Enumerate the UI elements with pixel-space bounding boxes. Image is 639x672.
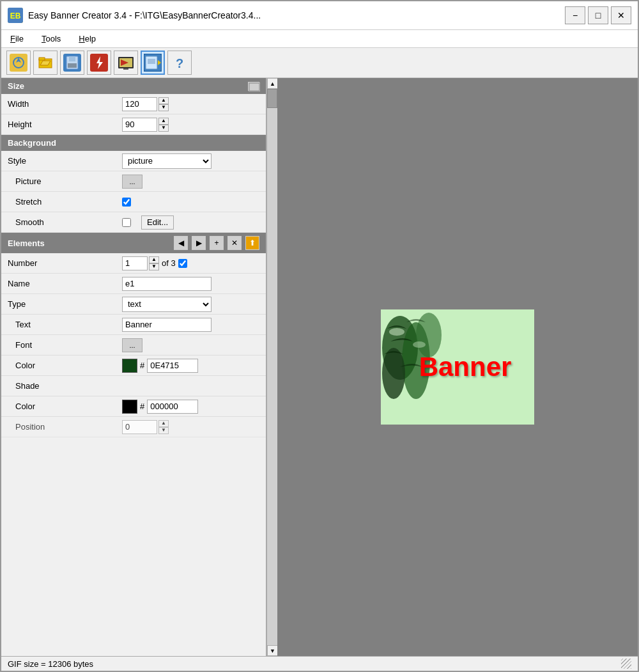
panel-scroll[interactable]: Size Width ▲ — [1, 78, 266, 656]
shade-color-value-area: # — [119, 398, 266, 415]
scroll-thumb[interactable] — [267, 89, 277, 108]
number-input[interactable] — [122, 256, 148, 270]
number-down[interactable]: ▼ — [149, 263, 159, 270]
toolbar-preview[interactable] — [114, 51, 138, 75]
type-value-area: text image rectangle — [119, 295, 266, 313]
width-spin: ▲ ▼ — [122, 97, 169, 111]
toolbar-flash[interactable] — [87, 51, 111, 75]
number-value-area: ▲ ▼ of 3 — [119, 255, 266, 272]
type-row: Type text image rectangle — [1, 294, 266, 315]
style-dropdown[interactable]: picture none color gradient — [122, 153, 212, 169]
toolbar-help[interactable]: ? — [167, 51, 192, 75]
svg-rect-18 — [148, 59, 155, 64]
number-spin: ▲ ▼ — [122, 256, 159, 270]
position-value-area: ▲ ▼ — [119, 419, 266, 435]
width-label: Width — [1, 97, 119, 111]
style-label: Style — [1, 153, 119, 168]
color-hash: # — [140, 361, 144, 370]
width-input[interactable] — [122, 97, 157, 111]
width-value-area: ▲ ▼ — [119, 96, 266, 113]
app-icon: EB — [8, 8, 23, 23]
width-down[interactable]: ▼ — [158, 104, 169, 111]
height-input[interactable] — [122, 118, 157, 132]
shade-color-hex-input[interactable] — [147, 400, 198, 414]
banner-preview: Banner — [381, 309, 534, 425]
svg-point-27 — [382, 348, 405, 399]
svg-rect-6 — [39, 58, 45, 60]
stretch-checkbox-area — [122, 198, 131, 207]
smooth-edit-button[interactable]: Edit... — [141, 215, 174, 230]
svg-point-29 — [413, 341, 426, 348]
elements-section-header: Elements ◀ ▶ + ✕ ⬆ — [1, 233, 266, 253]
smooth-value-area: Edit... — [119, 214, 266, 231]
title-buttons: − □ ✕ — [565, 6, 631, 24]
element-visible-checkbox[interactable] — [178, 259, 187, 268]
position-down[interactable]: ▼ — [158, 427, 169, 434]
shade-label: Shade — [1, 379, 119, 393]
close-button[interactable]: ✕ — [611, 6, 631, 24]
svg-rect-10 — [68, 63, 77, 68]
svg-point-26 — [416, 313, 442, 357]
position-up[interactable]: ▲ — [158, 420, 169, 427]
elements-next[interactable]: ▶ — [192, 236, 206, 250]
picture-button[interactable]: ... — [122, 175, 142, 189]
toolbar: ? — [1, 48, 638, 78]
toolbar-save[interactable] — [60, 51, 84, 75]
svg-rect-15 — [123, 68, 128, 70]
height-up[interactable]: ▲ — [158, 118, 169, 125]
smooth-row: Smooth Edit... — [1, 212, 266, 233]
banner-text: Banner — [419, 352, 512, 382]
text-label: Text — [1, 317, 119, 332]
font-button[interactable]: ... — [122, 338, 142, 352]
position-input[interactable] — [122, 420, 157, 434]
smooth-checkbox-area — [122, 218, 131, 227]
elements-delete[interactable]: ✕ — [227, 236, 242, 250]
main-window: EB Easy Banner Creator 3.4 - F:\ITG\Easy… — [0, 0, 639, 672]
resize-grip[interactable] — [621, 659, 631, 669]
type-dropdown[interactable]: text image rectangle — [122, 297, 212, 312]
text-row: Text — [1, 315, 266, 335]
left-panel: Size Width ▲ — [1, 78, 266, 656]
menu-help[interactable]: Help — [75, 33, 100, 45]
name-input[interactable] — [122, 277, 212, 291]
background-section-header: Background — [1, 135, 266, 151]
menu-tools[interactable]: Tools — [38, 33, 65, 45]
height-spin-buttons: ▲ ▼ — [158, 118, 169, 132]
shade-color-swatch[interactable] — [122, 400, 137, 414]
toolbar-open[interactable] — [33, 51, 58, 75]
menu-file[interactable]: File — [6, 33, 27, 45]
elements-add[interactable]: + — [210, 236, 224, 250]
height-down[interactable]: ▼ — [158, 125, 169, 132]
maximize-button[interactable]: □ — [588, 6, 608, 24]
toolbar-export[interactable] — [141, 51, 165, 75]
svg-rect-21 — [249, 82, 260, 91]
svg-text:?: ? — [176, 56, 183, 70]
height-label: Height — [1, 117, 119, 132]
number-row: Number ▲ ▼ of 3 — [1, 253, 266, 274]
scroll-down-button[interactable]: ▼ — [267, 645, 278, 656]
color-hex-input[interactable] — [147, 359, 198, 373]
toolbar-new[interactable] — [6, 51, 31, 75]
scroll-up-button[interactable]: ▲ — [267, 78, 278, 89]
number-up[interactable]: ▲ — [149, 256, 159, 263]
smooth-label: Smooth — [1, 215, 119, 230]
position-label: Position — [1, 419, 119, 434]
color-value-area: # — [119, 357, 266, 374]
shade-row: Shade — [1, 376, 266, 396]
number-input-row: ▲ ▼ of 3 — [122, 256, 263, 270]
width-spin-buttons: ▲ ▼ — [158, 97, 169, 111]
minimize-button[interactable]: − — [565, 6, 585, 24]
elements-prev[interactable]: ◀ — [174, 236, 188, 250]
position-partial-row: Position ▲ ▼ — [1, 417, 266, 437]
text-input[interactable] — [122, 318, 212, 332]
color-label: Color — [1, 358, 119, 373]
height-value-area: ▲ ▼ — [119, 116, 266, 133]
name-row: Name — [1, 274, 266, 294]
elements-up[interactable]: ⬆ — [245, 236, 259, 250]
picture-label: Picture — [1, 174, 119, 189]
stretch-checkbox[interactable] — [122, 198, 131, 207]
width-up[interactable]: ▲ — [158, 97, 169, 104]
color-swatch[interactable] — [122, 359, 137, 373]
name-value-area — [119, 276, 266, 292]
smooth-checkbox[interactable] — [122, 218, 131, 227]
